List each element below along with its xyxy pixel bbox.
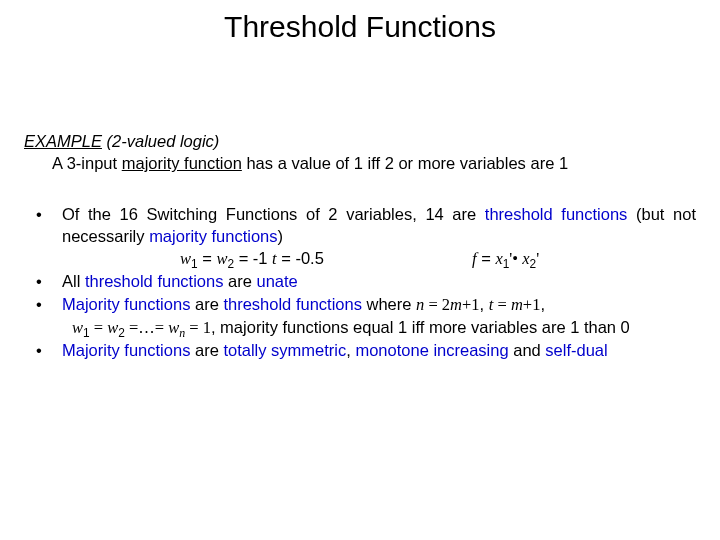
text: , <box>480 295 489 313</box>
self-dual-term: self-dual <box>545 341 607 359</box>
bullet-marker: • <box>34 293 62 315</box>
slide-title: Threshold Functions <box>0 0 720 44</box>
text: = <box>90 318 108 337</box>
threshold-functions-term: threshold functions <box>223 295 362 313</box>
bullet-list: • Of the 16 Switching Functions of 2 var… <box>24 203 696 362</box>
slide-content: EXAMPLE (2-valued logic) A 3-input major… <box>0 130 720 361</box>
text: = 2 <box>424 295 450 314</box>
var-w: w <box>216 249 227 268</box>
var-w: w <box>180 249 191 268</box>
text: Of the 16 Switching Functions of 2 varia… <box>62 205 485 223</box>
dot-operator: • <box>512 249 522 268</box>
text: = 1 <box>185 318 211 337</box>
text: = <box>477 249 496 267</box>
text: , majority functions equal 1 iff more va… <box>211 318 630 336</box>
text: = -1 <box>234 249 267 267</box>
text: are <box>228 272 256 290</box>
bullet-marker: • <box>34 339 62 361</box>
unate-term: unate <box>256 272 297 290</box>
var-w: w <box>107 318 118 337</box>
eq-threshold: t = -0.5 <box>272 247 432 270</box>
equation-row: w1 = w2 = -1 t = -0.5 f = x1'• x2' <box>34 247 696 270</box>
example-paren: (2-valued logic) <box>102 132 219 150</box>
totally-symmetric-term: totally symmetric <box>223 341 346 359</box>
prime: ' <box>536 249 539 268</box>
text: +1 <box>523 295 541 314</box>
bullet-3: • Majority functions are threshold funct… <box>34 293 696 316</box>
bullet-4: • Majority functions are totally symmetr… <box>34 339 696 361</box>
bullet-1-body: Of the 16 Switching Functions of 2 varia… <box>62 203 696 248</box>
text: All <box>62 272 85 290</box>
threshold-functions-term: threshold functions <box>485 205 628 223</box>
example-line: A 3-input majority function has a value … <box>24 152 696 174</box>
text: = <box>493 295 511 314</box>
example-heading: EXAMPLE (2-valued logic) <box>24 130 696 152</box>
monotone-increasing-term: monotone increasing <box>355 341 508 359</box>
bullet-3-body: Majority functions are threshold functio… <box>62 293 696 316</box>
text: = <box>198 249 217 267</box>
bullet-marker: • <box>34 203 62 225</box>
text: where <box>362 295 416 313</box>
example-line-pre: A 3-input <box>52 154 122 172</box>
example-block: EXAMPLE (2-valued logic) A 3-input major… <box>24 130 696 175</box>
text: , <box>540 295 545 313</box>
example-line-post: has a value of 1 iff 2 or more variables… <box>242 154 568 172</box>
text: and <box>509 341 546 359</box>
text: = -0.5 <box>277 249 324 267</box>
example-label: EXAMPLE <box>24 132 102 150</box>
eq-weights: w1 = w2 = -1 <box>72 247 272 270</box>
var-x: x <box>522 249 529 268</box>
text: +1 <box>462 295 480 314</box>
var-m: m <box>450 295 462 314</box>
bullet-4-body: Majority functions are totally symmetric… <box>62 339 696 361</box>
bullet-marker: • <box>34 270 62 292</box>
text: are <box>190 341 223 359</box>
threshold-functions-term: threshold functions <box>85 272 228 290</box>
text: are <box>190 295 223 313</box>
bullet-1: • Of the 16 Switching Functions of 2 var… <box>34 203 696 248</box>
var-w: w <box>168 318 179 337</box>
majority-functions-term: Majority functions <box>62 341 190 359</box>
majority-functions-term: majority functions <box>149 227 277 245</box>
text: ) <box>278 227 284 245</box>
bullet-2-body: All threshold functions are unate <box>62 270 696 292</box>
bullet-3-line2: w1 = w2 =…= wn = 1, majority functions e… <box>34 316 696 339</box>
text: =…= <box>125 318 168 337</box>
bullet-2: • All threshold functions are unate <box>34 270 696 292</box>
majority-function-term: majority function <box>122 154 242 172</box>
eq-function: f = x1'• x2' <box>432 247 696 270</box>
var-m: m <box>511 295 523 314</box>
var-w: w <box>72 318 83 337</box>
var-x: x <box>495 249 502 268</box>
majority-functions-term: Majority functions <box>62 295 190 313</box>
